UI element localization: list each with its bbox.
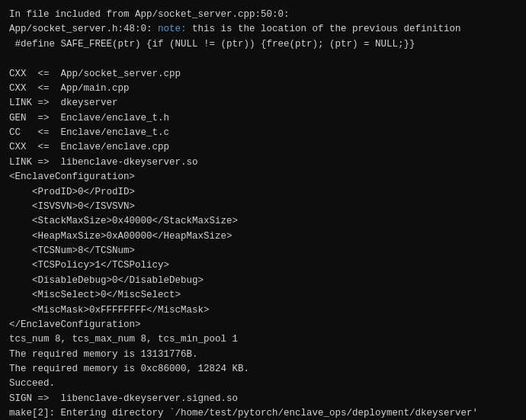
text: CXX <= App/main.cpp [9,83,130,94]
line-21: <MiscMask>0xFFFFFFFF</MiscMask> [9,303,517,318]
text: <EnclaveConfiguration> [9,172,135,182]
line-19: <DisableDebug>0</DisableDebug> [9,274,517,288]
line-17: <TCSNum>8</TCSNum> [9,244,517,258]
line-7: LINK => dkeyserver [9,96,517,111]
line-25: The required memory is 0xc86000, 12824 K… [9,362,517,377]
text: CXX <= App/socket_server.cpp [9,69,181,79]
text: <HeapMaxSize>0xA00000</HeapMaxSize> [9,231,233,242]
line-8: GEN => Enclave/enclave_t.h [9,111,517,126]
line-9: CC <= Enclave/enclave_t.c [9,126,517,140]
text: <TCSPolicy>1</TCSPolicy> [9,260,169,271]
line-10: CXX <= Enclave/enclave.cpp [9,140,517,155]
text: make[2]: Entering directory `/home/test/… [9,408,478,418]
line-22: </EnclaveConfiguration> [9,318,517,332]
line-23: tcs_num 8, tcs_max_num 8, tcs_min_pool 1 [9,332,517,347]
text: SIGN => libenclave-dkeyserver.signed.so [9,393,238,404]
text: In file included from App/socket_server.… [9,9,290,20]
text: <ISVSVN>0</ISVSVN> [9,201,135,212]
text: Succeed. [9,378,55,389]
line-24: The required memory is 13131776B. [9,348,517,362]
text: LINK => dkeyserver [9,98,118,108]
text: CXX <= Enclave/enclave.cpp [9,142,169,152]
text: GEN => Enclave/enclave_t.h [9,113,169,123]
text: LINK => libenclave-dkeyserver.so [9,157,198,168]
line-27: SIGN => libenclave-dkeyserver.signed.so [9,392,517,406]
line-13: <ProdID>0</ProdID> [9,185,517,200]
text: #define SAFE_FREE(ptr) {if (NULL != (ptr… [9,39,415,50]
line-15: <StackMaxSize>0x40000</StackMaxSize> [9,214,517,229]
text: </EnclaveConfiguration> [9,319,141,330]
line-3: #define SAFE_FREE(ptr) {if (NULL != (ptr… [9,37,517,52]
line-14: <ISVSVN>0</ISVSVN> [9,200,517,214]
line-16: <HeapMaxSize>0xA00000</HeapMaxSize> [9,229,517,244]
terminal-window: In file included from App/socket_server.… [0,0,526,420]
line-5: CXX <= App/socket_server.cpp [9,67,517,82]
line-18: <TCSPolicy>1</TCSPolicy> [9,258,517,273]
line-28: make[2]: Entering directory `/home/test/… [9,406,517,420]
line-12: <EnclaveConfiguration> [9,170,517,184]
text: CC <= Enclave/enclave_t.c [9,127,169,138]
line-6: CXX <= App/main.cpp [9,82,517,96]
line-20: <MiscSelect>0</MiscSelect> [9,288,517,303]
text: <StackMaxSize>0x40000</StackMaxSize> [9,216,238,226]
text: The required memory is 0xc86000, 12824 K… [9,364,249,374]
line-11: LINK => libenclave-dkeyserver.so [9,155,517,170]
text: <ProdID>0</ProdID> [9,187,135,197]
text: <TCSNum>8</TCSNum> [9,245,135,256]
line-26: Succeed. [9,377,517,391]
text: <MiscMask>0xFFFFFFFF</MiscMask> [9,305,210,316]
text: App/socket_server.h:48:0: note: this is … [9,24,461,34]
text: <MiscSelect>0</MiscSelect> [9,290,181,300]
line-4 [9,52,517,66]
line-1: In file included from App/socket_server.… [9,8,517,22]
text: The required memory is 13131776B. [9,349,198,360]
text: <DisableDebug>0</DisableDebug> [9,275,204,286]
line-2: App/socket_server.h:48:0: note: this is … [9,22,517,37]
text: tcs_num 8, tcs_max_num 8, tcs_min_pool 1 [9,334,238,345]
